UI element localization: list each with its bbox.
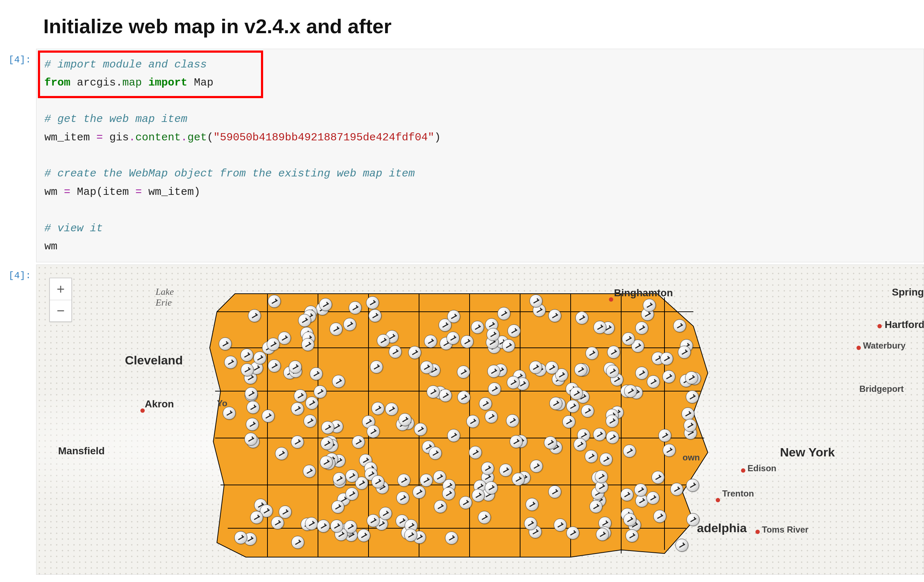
- map-marker[interactable]: [268, 359, 281, 373]
- map-marker[interactable]: [420, 474, 433, 487]
- map-marker[interactable]: [526, 498, 538, 511]
- map-marker[interactable]: [585, 450, 598, 463]
- map-marker[interactable]: [625, 529, 639, 542]
- map-marker[interactable]: [471, 321, 484, 334]
- map-marker[interactable]: [291, 402, 304, 415]
- map-marker[interactable]: [412, 486, 426, 499]
- map-marker[interactable]: [678, 346, 691, 359]
- map-marker[interactable]: [377, 334, 390, 347]
- map-marker[interactable]: [502, 339, 515, 352]
- map-marker[interactable]: [635, 367, 648, 379]
- code-input[interactable]: # import module and class from arcgis.ma…: [36, 49, 924, 262]
- map-marker[interactable]: [544, 436, 557, 449]
- map-marker[interactable]: [253, 351, 266, 364]
- map-marker[interactable]: [457, 366, 470, 379]
- map-marker[interactable]: [548, 309, 561, 322]
- map-marker[interactable]: [304, 415, 317, 427]
- map-marker[interactable]: [414, 423, 427, 436]
- map-marker[interactable]: [675, 539, 688, 552]
- map-marker[interactable]: [427, 385, 440, 398]
- map-marker[interactable]: [246, 418, 259, 431]
- map-marker[interactable]: [447, 429, 460, 442]
- map-marker[interactable]: [497, 307, 510, 320]
- map-marker[interactable]: [408, 346, 421, 359]
- map-marker[interactable]: [267, 338, 280, 351]
- map-marker[interactable]: [310, 367, 323, 380]
- map-marker[interactable]: [224, 356, 237, 369]
- map-marker[interactable]: [472, 489, 485, 502]
- map-marker[interactable]: [530, 460, 543, 473]
- map-marker[interactable]: [298, 314, 311, 327]
- map-marker[interactable]: [321, 421, 334, 434]
- map-marker[interactable]: [685, 371, 698, 384]
- map-marker[interactable]: [643, 299, 656, 312]
- map-marker[interactable]: [320, 437, 333, 450]
- map-marker[interactable]: [250, 511, 263, 524]
- map-marker[interactable]: [647, 491, 660, 505]
- map-marker[interactable]: [424, 335, 437, 348]
- map-widget[interactable]: + −: [36, 264, 924, 575]
- map-marker[interactable]: [460, 335, 474, 348]
- map-marker[interactable]: [686, 479, 699, 492]
- map-marker[interactable]: [330, 519, 343, 533]
- map-marker[interactable]: [245, 387, 258, 400]
- map-marker[interactable]: [319, 298, 332, 311]
- map-marker[interactable]: [575, 312, 588, 324]
- map-marker[interactable]: [219, 337, 232, 350]
- map-marker[interactable]: [524, 517, 537, 530]
- map-marker[interactable]: [620, 488, 634, 501]
- map-marker[interactable]: [606, 415, 619, 427]
- map-marker[interactable]: [548, 485, 561, 498]
- map-marker[interactable]: [262, 409, 275, 422]
- map-marker[interactable]: [508, 324, 520, 337]
- map-marker[interactable]: [673, 319, 686, 332]
- map-marker[interactable]: [289, 361, 302, 373]
- map-marker[interactable]: [488, 383, 501, 396]
- map-marker[interactable]: [634, 483, 647, 496]
- map-marker[interactable]: [332, 375, 345, 388]
- map-marker[interactable]: [663, 444, 676, 457]
- map-marker[interactable]: [279, 506, 292, 518]
- map-marker[interactable]: [379, 507, 392, 520]
- map-marker[interactable]: [366, 296, 379, 309]
- map-marker[interactable]: [574, 438, 587, 451]
- map-marker[interactable]: [385, 403, 398, 415]
- zoom-in-button[interactable]: +: [50, 278, 71, 300]
- map-marker[interactable]: [429, 447, 442, 460]
- map-marker[interactable]: [317, 519, 330, 533]
- map-marker[interactable]: [459, 496, 472, 509]
- map-marker[interactable]: [447, 331, 459, 345]
- map-marker[interactable]: [554, 518, 567, 531]
- map-marker[interactable]: [398, 474, 410, 487]
- map-marker[interactable]: [478, 511, 491, 524]
- map-marker[interactable]: [442, 487, 455, 500]
- map-marker[interactable]: [487, 328, 500, 341]
- map-marker[interactable]: [367, 514, 380, 527]
- map-marker[interactable]: [570, 387, 583, 400]
- map-marker[interactable]: [593, 428, 606, 441]
- map-marker[interactable]: [647, 375, 660, 388]
- map-marker[interactable]: [662, 370, 675, 383]
- map-marker[interactable]: [566, 400, 579, 413]
- map-marker[interactable]: [606, 365, 619, 378]
- map-marker[interactable]: [396, 491, 409, 505]
- map-marker[interactable]: [291, 536, 304, 549]
- map-marker[interactable]: [246, 401, 259, 414]
- map-marker[interactable]: [581, 404, 594, 417]
- map-marker[interactable]: [268, 295, 281, 308]
- map-marker[interactable]: [586, 347, 599, 360]
- map-marker[interactable]: [606, 431, 619, 444]
- map-marker[interactable]: [301, 338, 314, 351]
- map-marker[interactable]: [314, 385, 327, 398]
- map-marker[interactable]: [303, 465, 316, 478]
- map-marker[interactable]: [681, 407, 695, 420]
- map-marker[interactable]: [367, 425, 380, 438]
- map-marker[interactable]: [439, 389, 452, 402]
- map-marker[interactable]: [248, 309, 261, 322]
- map-marker[interactable]: [349, 301, 362, 314]
- map-marker[interactable]: [404, 529, 417, 542]
- map-marker[interactable]: [596, 528, 609, 541]
- map-marker[interactable]: [562, 415, 575, 428]
- map-marker[interactable]: [368, 309, 381, 322]
- map-marker[interactable]: [234, 531, 247, 544]
